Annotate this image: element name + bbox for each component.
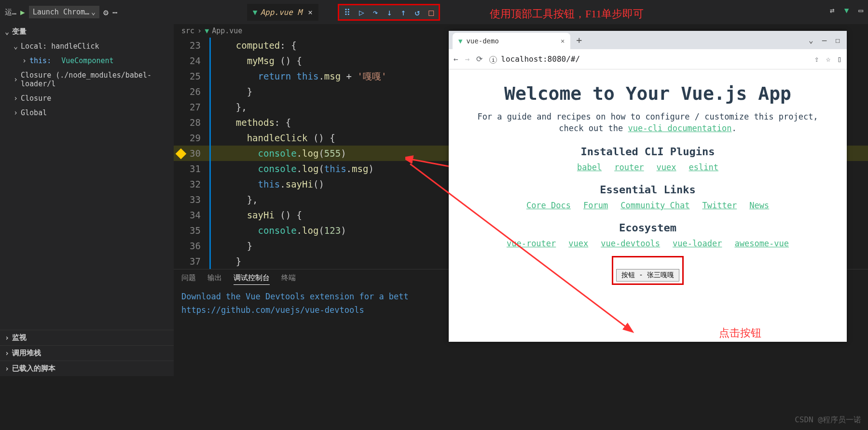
section-callstack[interactable]: ›调用堆栈 [0,345,174,361]
page-link[interactable]: vuex [568,239,588,248]
page-link[interactable]: Forum [583,201,608,210]
play-icon[interactable]: ▶ [20,8,25,17]
code-text: console.log(555) [209,146,346,161]
breakpoint-gutter[interactable] [174,192,188,207]
terminal-tab[interactable]: 调试控制台 [234,273,270,285]
terminal-tab[interactable]: 问题 [181,273,196,285]
heading-plugins: Installed CLI Plugins [463,146,832,158]
close-tab-icon[interactable]: × [308,8,313,17]
chevron-right-icon: › [5,364,9,373]
page-link[interactable]: vue-devtools [601,239,660,248]
breakpoint-gutter[interactable] [174,223,188,238]
line-number: 25 [188,68,209,84]
breakpoint-gutter[interactable] [174,176,188,192]
breakpoint-gutter[interactable] [174,99,188,115]
intro-text-2: check out the [559,123,628,133]
launch-config-select[interactable]: Launch Chrom… ⌄ [29,6,99,18]
line-number: 23 [188,38,209,53]
share-icon[interactable]: ⇪ [814,54,819,64]
page-link[interactable]: vue-router [507,239,556,248]
compare-icon[interactable]: ⇄ [830,6,835,15]
step-into-icon[interactable]: ↓ [387,7,392,17]
drag-handle-icon[interactable]: ⠿ [344,7,350,17]
breakpoint-gutter[interactable] [174,115,188,130]
close-tab-icon[interactable]: × [561,37,565,45]
code-text: }, [209,99,247,115]
chevron-right-icon: › [5,349,9,358]
reload-icon[interactable]: ⟳ [476,54,482,64]
scope-local[interactable]: ⌄Local: handleClick [0,39,174,54]
vue-icon: ▼ [458,37,462,45]
page-link[interactable]: router [614,162,644,172]
page-link[interactable]: Community Chat [620,201,689,210]
breakpoint-gutter[interactable] [174,68,188,84]
chevron-down-icon: ⌄ [5,27,9,36]
line-number: 33 [188,192,209,207]
editor-tab[interactable]: ▼ App.vue M × [247,4,318,21]
star-icon[interactable]: ☆ [826,54,831,64]
page-link[interactable]: vue-loader [673,239,722,248]
breakpoint-gutter[interactable] [174,254,188,269]
section-variables[interactable]: ⌄变量 [0,24,174,39]
chevron-down-icon[interactable]: ⌄ [809,36,813,45]
breakpoint-gutter[interactable] [174,238,188,254]
section-loaded-scripts[interactable]: ›已载入的脚本 [0,361,174,376]
vue-status-icon[interactable]: ▼ [844,6,849,15]
var-this[interactable]: ›this: VueComponent [0,54,174,68]
line-number: 24 [188,53,209,68]
minimize-icon[interactable]: — [822,36,827,45]
maximize-icon[interactable]: ☐ [835,36,840,45]
new-tab-icon[interactable]: + [576,34,582,46]
chevron-right-icon: › [197,27,202,35]
line-number: 32 [188,176,209,192]
browser-tab-title: vue-demo [466,37,498,45]
vue-icon: ▼ [205,27,209,35]
layout-icon[interactable]: ▭ [858,6,863,15]
address-field[interactable]: ilocalhost:8080/#/ [489,54,808,64]
continue-icon[interactable]: ▷ [359,7,364,17]
breakpoint-gutter[interactable] [174,146,188,161]
scope-global[interactable]: ›Global [0,106,174,120]
page-link[interactable]: vuex [657,162,676,172]
terminal-tab[interactable]: 终端 [281,273,296,285]
step-out-icon[interactable]: ↑ [401,7,406,17]
breakpoint-gutter[interactable] [174,130,188,146]
forward-icon[interactable]: → [465,54,470,64]
scope-closure[interactable]: ›Closure [0,91,174,106]
topright-icons: ⇄ ▼ ▭ [830,6,863,15]
var-this-key: this: [29,56,51,65]
stop-icon[interactable]: □ [428,7,434,17]
doc-link[interactable]: vue-cli documentation [628,123,732,133]
breakpoint-gutter[interactable] [174,84,188,99]
restart-icon[interactable]: ↺ [414,7,420,17]
page-link[interactable]: Twitter [703,201,737,210]
page-link[interactable]: News [749,201,769,210]
links-ecosystem: vue-routervuexvue-devtoolsvue-loaderawes… [463,239,832,248]
scope-closure-label: Closure [21,94,51,103]
back-icon[interactable]: ← [454,54,458,64]
demo-button[interactable]: 按钮 - 张三嘎嘎 [616,269,679,282]
breakpoint-gutter[interactable] [174,53,188,68]
more-icon[interactable]: ⋯ [112,7,118,17]
scope-closure-long[interactable]: ›Closure (./node_modules/babel-loader/l [0,68,174,91]
step-over-icon[interactable]: ↷ [373,7,378,17]
page-link[interactable]: Core Docs [526,201,571,210]
heading-essential: Essential Links [463,184,832,196]
page-link[interactable]: awesome-vue [734,239,789,248]
section-loaded-label: 已载入的脚本 [12,364,55,373]
page-link[interactable]: eslint [689,162,718,172]
breakpoint-gutter[interactable] [174,207,188,223]
line-number: 29 [188,130,209,146]
breakpoint-gutter[interactable] [174,38,188,53]
line-number: 36 [188,238,209,254]
browser-tab[interactable]: ▼ vue-demo × [453,33,570,49]
page-link[interactable]: babel [577,162,602,172]
section-watch[interactable]: ›监视 [0,330,174,345]
breakpoint-gutter[interactable] [174,161,188,176]
terminal-tab[interactable]: 输出 [207,273,222,285]
panel-icon[interactable]: ▯ [837,54,842,64]
launch-config-text: Launch Chrom… [33,8,89,16]
code-text: methods: { [209,115,291,130]
gear-icon[interactable]: ⚙ [103,7,109,17]
chevron-down-icon: ⌄ [91,8,96,16]
